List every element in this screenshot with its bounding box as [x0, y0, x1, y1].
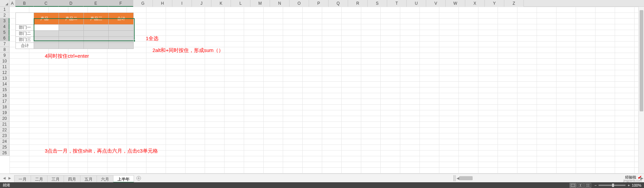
row-header-22[interactable]: 22	[0, 127, 9, 133]
row-header-7[interactable]: 7	[0, 41, 9, 47]
sheet-tab-may[interactable]: 五月	[80, 175, 97, 183]
horizontal-scroll-thumb[interactable]	[459, 176, 473, 180]
zoom-slider[interactable]	[599, 185, 625, 186]
sheet-tab-jun[interactable]: 六月	[97, 175, 113, 183]
row-header-1[interactable]: 1	[0, 7, 9, 12]
normal-view-button[interactable]	[570, 183, 576, 188]
row-header-4[interactable]: 4	[0, 24, 9, 30]
cell-e4[interactable]	[84, 31, 109, 37]
row-header-23[interactable]: 23	[0, 133, 9, 139]
row-header-6[interactable]: 6	[0, 35, 9, 41]
col-header-D[interactable]: D	[59, 0, 83, 7]
cell-d3[interactable]	[59, 25, 84, 31]
col-header-B[interactable]: B	[15, 0, 34, 7]
col-header-O[interactable]: O	[290, 0, 309, 7]
row-header-26[interactable]: 26	[0, 150, 9, 156]
col-header-U[interactable]: U	[407, 0, 426, 7]
th-product-2[interactable]: 产品二	[59, 13, 84, 25]
col-header-F[interactable]: F	[108, 0, 133, 7]
row-header-24[interactable]: 24	[0, 139, 9, 144]
cell-d5[interactable]	[59, 37, 84, 43]
zoom-out-button[interactable]: −	[595, 183, 597, 187]
col-header-T[interactable]: T	[387, 0, 407, 7]
row-header-21[interactable]: 21	[0, 122, 9, 127]
add-sheet-button[interactable]	[135, 174, 142, 182]
cell-e3[interactable]	[84, 25, 109, 31]
row-label-dept-1[interactable]: 部门一	[16, 25, 34, 31]
cell-grid[interactable]: 部门名称 产品一 产品二 产品三 合计 部门一 部门二 部门	[9, 7, 644, 173]
row-label-total[interactable]: 合计	[16, 43, 34, 49]
row-header-9[interactable]: 9	[0, 53, 9, 58]
row-header-19[interactable]: 19	[0, 110, 9, 116]
cell-f3[interactable]	[109, 25, 134, 31]
tab-prev-icon[interactable]: ◀	[3, 176, 6, 181]
cell-c4[interactable]	[34, 31, 59, 37]
row-label-dept-2[interactable]: 部门二	[16, 31, 34, 37]
row-header-3[interactable]: 3	[0, 18, 9, 24]
sheet-tab-jan[interactable]: 一月	[14, 175, 31, 183]
page-layout-button[interactable]	[577, 183, 584, 188]
row-header-18[interactable]: 18	[0, 104, 9, 110]
col-header-Y[interactable]: Y	[485, 0, 504, 7]
cell-f6[interactable]	[109, 43, 134, 49]
th-product-3[interactable]: 产品三	[84, 13, 109, 25]
col-header-P[interactable]: P	[309, 0, 329, 7]
col-header-G[interactable]: G	[133, 0, 153, 7]
th-product-1[interactable]: 产品一	[34, 13, 59, 25]
row-header-13[interactable]: 13	[0, 76, 9, 81]
cell-d6[interactable]	[59, 43, 84, 49]
page-break-button[interactable]	[584, 183, 591, 188]
row-header-17[interactable]: 17	[0, 99, 9, 104]
col-header-A[interactable]: A	[9, 0, 15, 7]
zoom-level[interactable]: 100%	[632, 183, 641, 187]
cell-c6[interactable]	[34, 43, 59, 49]
col-header-M[interactable]: M	[250, 0, 270, 7]
col-header-S[interactable]: S	[368, 0, 387, 7]
cell-c5[interactable]	[34, 37, 59, 43]
col-header-I[interactable]: I	[172, 0, 192, 7]
cell-c3[interactable]	[34, 25, 59, 31]
row-label-dept-3[interactable]: 部门三	[16, 37, 34, 43]
col-header-R[interactable]: R	[348, 0, 368, 7]
cell-e5[interactable]	[84, 37, 109, 43]
cell-f5[interactable]	[109, 37, 134, 43]
sheet-tab-h1[interactable]: 上半年	[113, 175, 134, 183]
sheet-tab-apr[interactable]: 四月	[64, 175, 80, 183]
col-header-V[interactable]: V	[426, 0, 446, 7]
vertical-scrollbar[interactable]	[638, 7, 644, 173]
vertical-scroll-thumb[interactable]	[640, 10, 643, 111]
col-header-W[interactable]: W	[446, 0, 465, 7]
row-header-2[interactable]: 2	[0, 12, 9, 18]
row-header-12[interactable]: 12	[0, 70, 9, 76]
row-header-25[interactable]: 25	[0, 144, 9, 150]
row-header-5[interactable]: 5	[0, 30, 9, 35]
select-all-corner[interactable]	[0, 0, 9, 7]
col-header-H[interactable]: H	[153, 0, 172, 7]
col-header-C[interactable]: C	[34, 0, 59, 7]
row-header-10[interactable]: 10	[0, 58, 9, 64]
cell-f4[interactable]	[109, 31, 134, 37]
row-header-8[interactable]: 8	[0, 47, 9, 53]
th-total[interactable]: 合计	[109, 13, 134, 25]
col-header-L[interactable]: L	[231, 0, 250, 7]
sheet-tab-mar[interactable]: 三月	[47, 175, 64, 183]
col-header-Q[interactable]: Q	[329, 0, 348, 7]
col-header-N[interactable]: N	[270, 0, 290, 7]
row-header-14[interactable]: 14	[0, 81, 9, 87]
sheet-tab-feb[interactable]: 二月	[31, 175, 47, 183]
tab-next-icon[interactable]: ▶	[8, 176, 11, 181]
zoom-in-button[interactable]: +	[628, 183, 630, 187]
cell-d4[interactable]	[59, 31, 84, 37]
row-header-16[interactable]: 16	[0, 93, 9, 99]
col-header-J[interactable]: J	[192, 0, 211, 7]
col-header-K[interactable]: K	[211, 0, 231, 7]
col-header-Z[interactable]: Z	[504, 0, 524, 7]
row-header-20[interactable]: 20	[0, 116, 9, 122]
row-header-11[interactable]: 11	[0, 64, 9, 70]
col-header-E[interactable]: E	[83, 0, 108, 7]
th-dept-name[interactable]: 部门名称	[16, 13, 34, 25]
row-header-15[interactable]: 15	[0, 87, 9, 93]
cell-e6[interactable]	[84, 43, 109, 49]
col-header-X[interactable]: X	[465, 0, 485, 7]
horizontal-scrollbar[interactable]: ◀ ▶	[455, 175, 644, 181]
